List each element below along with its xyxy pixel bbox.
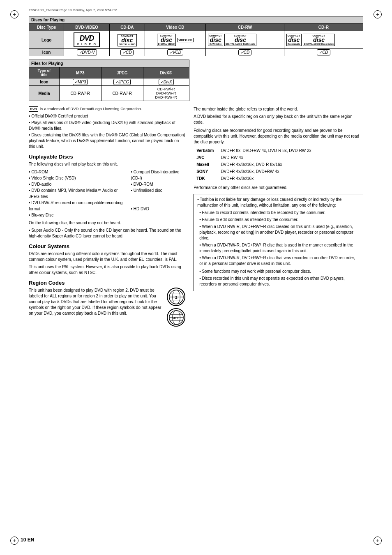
maxell-specs: DVD+R 4x/8x/16x, DVD-R 8x/16x — [219, 161, 313, 168]
col-cd-rw: CD-RW — [206, 24, 284, 31]
cd-r-double-logo: COMPACT disc Recordable COMPACT disc DIG… — [286, 34, 361, 46]
sony-specs: DVD+R 4x/8x/16x, DVD+RW 4x — [219, 168, 313, 175]
region-section: This unit has been designed to play DVD … — [29, 288, 185, 327]
disc-table-header: Discs for Playing — [29, 16, 363, 24]
files-icon-label: Icon — [29, 78, 60, 86]
bullet-plays: Plays all versions of DivX® video (inclu… — [29, 120, 185, 131]
divx-icon: ✓DivX — [159, 79, 174, 85]
trademark-text: is a trademark of DVD Format/Logo Licens… — [40, 106, 142, 111]
disc-wordmark-1: disc — [121, 37, 133, 43]
unplayable-col1: • CD-ROM • Video Single Disc (VSD) • DVD… — [29, 169, 127, 218]
dvd-v-icon-cell: ✓DVD-V — [64, 49, 110, 56]
unplayable-col2: • Compact Disc-Interactive (CD-I) • DVD-… — [131, 169, 185, 218]
info-item-1: Failure to record contents intended to b… — [199, 210, 360, 216]
cd-r-logo-2: COMPACT disc DIGITAL AUDIO Recordable — [303, 34, 335, 46]
tdk-specs: DVD+R 4x/8x/16x — [219, 175, 313, 182]
col-dvd-video: DVD-VIDEO — [64, 24, 110, 31]
mp3-icon: ✓MP3 — [73, 79, 88, 85]
divx-icon-cell: ✓DivX — [143, 78, 189, 86]
info-sub-list: Failure to record contents intended to b… — [199, 210, 360, 267]
col-video-cd: Video CD — [145, 24, 206, 31]
col-cd-da: CD-DA — [109, 24, 145, 31]
col-cd-r: CD-R — [284, 24, 363, 31]
sublabel-1: DIGITAL AUDIO — [119, 43, 136, 46]
info-box: • Toshiba is not liable for any damage o… — [194, 194, 363, 291]
disc-wordmark-2: disc — [161, 37, 172, 43]
svg-text:2: 2 — [175, 295, 177, 299]
unplayable-intro: The following discs will not play back o… — [29, 161, 185, 167]
col-mp3: MP3 — [59, 67, 101, 78]
files-table: Files for Playing Type oftitle MP3 JPEG … — [29, 60, 189, 101]
trademark-line: DVD is a trademark of DVD Format/Logo Li… — [29, 106, 185, 112]
dvd-text: DVD — [80, 34, 94, 43]
cd-icon-cell: ✓CD — [109, 49, 145, 56]
media-row-label: Media — [29, 86, 60, 101]
official-bullets: Official DivX® Certified product Plays a… — [29, 113, 185, 150]
video-cd-badge: VIDEO CD — [177, 38, 194, 42]
cd-rw-double-logo: COMPACT disc ReWritable COMPACT disc DIG… — [208, 34, 281, 46]
colour-text: DVDs are recorded using different colour… — [29, 251, 185, 263]
bullet-official: Official DivX® Certified product — [29, 113, 185, 119]
info-item-2: Failure to edit contents as intended by … — [199, 217, 360, 223]
info-footer-1: Some functions may not work with persona… — [199, 269, 360, 274]
corner-mark-br — [374, 537, 382, 545]
region-code-text: A DVD labelled for a specific region can… — [194, 114, 363, 125]
recommended-text: Following discs are recommended for good… — [194, 128, 363, 145]
additional-note-1: On the following disc, the sound may not… — [29, 220, 185, 226]
dvd-video-logo-cell: DVD V I D E O — [64, 31, 110, 49]
cd-rw-icon: ✓CD — [238, 49, 251, 55]
info-item-3: When a DVD-RW/-R, DVD+RW/+R disc created… — [199, 224, 360, 241]
page-number: 10 EN — [21, 537, 34, 543]
globe-text: The number inside the globe refers to re… — [194, 106, 363, 112]
info-item-4: When a DVD-RW/-R, DVD+RW/+R disc that is… — [199, 242, 360, 254]
dvd-logo: DVD V I D E O — [74, 32, 100, 47]
cd-r-icon-cell: ✓CD — [284, 49, 363, 56]
header-file-ref: E9NG1BD_EN.book Page 10 Monday, April 7,… — [12, 8, 380, 12]
cd-rw-icon-cell: ✓CD — [206, 49, 284, 56]
maxell-label: Maxell — [194, 161, 218, 168]
cd-rw-logo-1: COMPACT disc ReWritable — [208, 34, 223, 46]
sony-label: SONY — [194, 168, 218, 175]
video-text: V I D E O — [77, 43, 97, 46]
vcd-icon-cell: ✓VCD — [145, 49, 206, 56]
icon-row-label: Icon — [29, 49, 64, 56]
cd-da-logo: COMPACT disc DIGITAL AUDIO — [118, 34, 137, 46]
video-cd-logo: COMPACT disc DIGITAL VIDEO — [157, 34, 176, 46]
cd-r-logo-cell: COMPACT disc Recordable COMPACT disc DIG… — [284, 31, 363, 49]
vcd-icon: ✓VCD — [167, 49, 183, 55]
unplayable-title: Unplayable Discs — [29, 154, 185, 160]
cd-icon: ✓CD — [120, 49, 134, 55]
performance-note: Performance of any other discs are not g… — [194, 185, 363, 191]
corner-mark-tr — [374, 10, 382, 18]
col-jpeg: JPEG — [101, 67, 143, 78]
disc-table: Discs for Playing Disc Type DVD-VIDEO CD… — [29, 16, 363, 56]
files-table-header: Files for Playing — [29, 60, 189, 67]
col-type-title: Type oftitle — [29, 67, 60, 78]
svg-text:ALL: ALL — [173, 316, 179, 320]
jvc-specs: DVD-RW 4x — [219, 154, 313, 161]
trademark-dvd-logo: DVD — [29, 106, 38, 112]
video-cd-logo-cell: COMPACT disc DIGITAL VIDEO VIDEO CD — [145, 31, 206, 49]
divx-media-cell: CD-RW/-R DVD-RW/-R DVD+RW/+R — [143, 86, 189, 101]
verbatim-table: Verbatim DVD+R 8x, DVD+RW 4x, DVD-R 8x, … — [194, 147, 314, 182]
jpeg-media-cell: CD-RW/-R — [101, 86, 143, 101]
unplayable-list: • CD-ROM • Video Single Disc (VSD) • DVD… — [29, 169, 185, 218]
additional-note-2: • Super Audio CD - Only the sound on the… — [29, 228, 185, 239]
cd-r-icon: ✓CD — [317, 49, 330, 55]
colour-text-2: This unit uses the PAL system. However, … — [29, 264, 185, 276]
info-footer-2: Discs recorded in this unit may not oper… — [199, 276, 360, 287]
logo-row-label: Logo — [29, 31, 64, 49]
info-item-5: When a DVD-RW/-R, DVD+RW/+R disc that wa… — [199, 255, 360, 267]
col-divx: DivX® — [143, 67, 189, 78]
colour-title: Colour Systems — [29, 243, 185, 249]
tdk-label: TDK — [194, 175, 218, 182]
bullet-discs: Discs containing the DivX® files with th… — [29, 132, 185, 150]
globe-icon-2: 2 — [167, 288, 185, 306]
info-intro: • Toshiba is not liable for any damage o… — [197, 197, 360, 208]
sublabel-2: DIGITAL VIDEO — [158, 43, 175, 45]
verbatim-specs: DVD+R 8x, DVD+RW 4x, DVD-R 8x, DVD-RW 2x — [219, 147, 313, 154]
region-text: This unit has been designed to play DVD … — [29, 288, 163, 316]
mp3-media-cell: CD-RW/-R — [59, 86, 101, 101]
col-disc-type: Disc Type — [29, 24, 64, 31]
jvc-label: JVC — [194, 154, 218, 161]
